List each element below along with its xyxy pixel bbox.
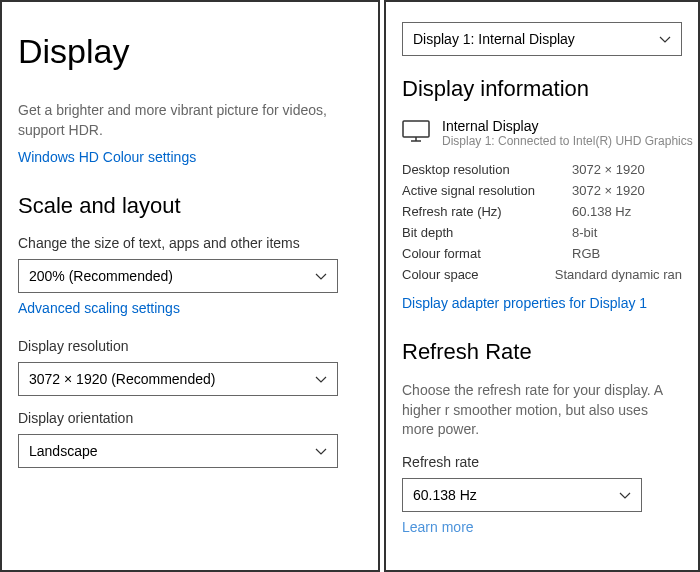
property-value: 3072 × 1920 bbox=[572, 183, 645, 198]
property-key: Desktop resolution bbox=[402, 162, 572, 177]
property-key: Colour format bbox=[402, 246, 572, 261]
adapter-properties-link[interactable]: Display adapter properties for Display 1 bbox=[402, 295, 647, 311]
scale-dropdown-value: 200% (Recommended) bbox=[29, 268, 173, 284]
display-properties: Desktop resolution3072 × 1920Active sign… bbox=[402, 162, 682, 282]
refresh-rate-value: 60.138 Hz bbox=[413, 487, 477, 503]
property-value: 3072 × 1920 bbox=[572, 162, 645, 177]
property-value: Standard dynamic ran bbox=[555, 267, 682, 282]
orientation-dropdown[interactable]: Landscape bbox=[18, 434, 338, 468]
property-row: Active signal resolution3072 × 1920 bbox=[402, 183, 682, 198]
hdr-settings-link[interactable]: Windows HD Colour settings bbox=[18, 149, 196, 165]
resolution-dropdown[interactable]: 3072 × 1920 (Recommended) bbox=[18, 362, 338, 396]
display-connection: Display 1: Connected to Intel(R) UHD Gra… bbox=[442, 134, 693, 148]
property-row: Colour formatRGB bbox=[402, 246, 682, 261]
display-selector-value: Display 1: Internal Display bbox=[413, 31, 575, 47]
chevron-down-icon bbox=[315, 270, 327, 282]
advanced-display-panel: Display 1: Internal Display Display info… bbox=[384, 0, 700, 572]
property-value: 60.138 Hz bbox=[572, 204, 631, 219]
advanced-scaling-link[interactable]: Advanced scaling settings bbox=[18, 300, 180, 316]
svg-rect-0 bbox=[403, 121, 429, 137]
chevron-down-icon bbox=[619, 489, 631, 501]
orientation-dropdown-value: Landscape bbox=[29, 443, 98, 459]
scale-layout-heading: Scale and layout bbox=[18, 193, 362, 219]
property-key: Active signal resolution bbox=[402, 183, 572, 198]
property-value: 8-bit bbox=[572, 225, 597, 240]
learn-more-link[interactable]: Learn more bbox=[402, 519, 474, 535]
chevron-down-icon bbox=[315, 373, 327, 385]
property-row: Bit depth8-bit bbox=[402, 225, 682, 240]
resolution-dropdown-value: 3072 × 1920 (Recommended) bbox=[29, 371, 215, 387]
property-key: Colour space bbox=[402, 267, 555, 282]
property-row: Refresh rate (Hz)60.138 Hz bbox=[402, 204, 682, 219]
resolution-label: Display resolution bbox=[18, 338, 362, 354]
display-settings-panel: Display Get a brighter and more vibrant … bbox=[0, 0, 380, 572]
property-key: Refresh rate (Hz) bbox=[402, 204, 572, 219]
property-key: Bit depth bbox=[402, 225, 572, 240]
display-name: Internal Display bbox=[442, 118, 693, 134]
display-info-block: Internal Display Display 1: Connected to… bbox=[402, 118, 682, 148]
refresh-rate-dropdown[interactable]: 60.138 Hz bbox=[402, 478, 642, 512]
hdr-description: Get a brighter and more vibrant picture … bbox=[18, 101, 362, 140]
page-title: Display bbox=[18, 32, 362, 71]
property-row: Colour spaceStandard dynamic ran bbox=[402, 267, 682, 282]
scale-dropdown[interactable]: 200% (Recommended) bbox=[18, 259, 338, 293]
property-row: Desktop resolution3072 × 1920 bbox=[402, 162, 682, 177]
chevron-down-icon bbox=[315, 445, 327, 457]
monitor-icon bbox=[402, 120, 430, 142]
property-value: RGB bbox=[572, 246, 600, 261]
refresh-description: Choose the refresh rate for your display… bbox=[402, 381, 682, 440]
display-selector-dropdown[interactable]: Display 1: Internal Display bbox=[402, 22, 682, 56]
refresh-rate-heading: Refresh Rate bbox=[402, 339, 682, 365]
display-info-heading: Display information bbox=[402, 76, 682, 102]
chevron-down-icon bbox=[659, 33, 671, 45]
scale-label: Change the size of text, apps and other … bbox=[18, 235, 362, 251]
orientation-label: Display orientation bbox=[18, 410, 362, 426]
refresh-label: Refresh rate bbox=[402, 454, 682, 470]
